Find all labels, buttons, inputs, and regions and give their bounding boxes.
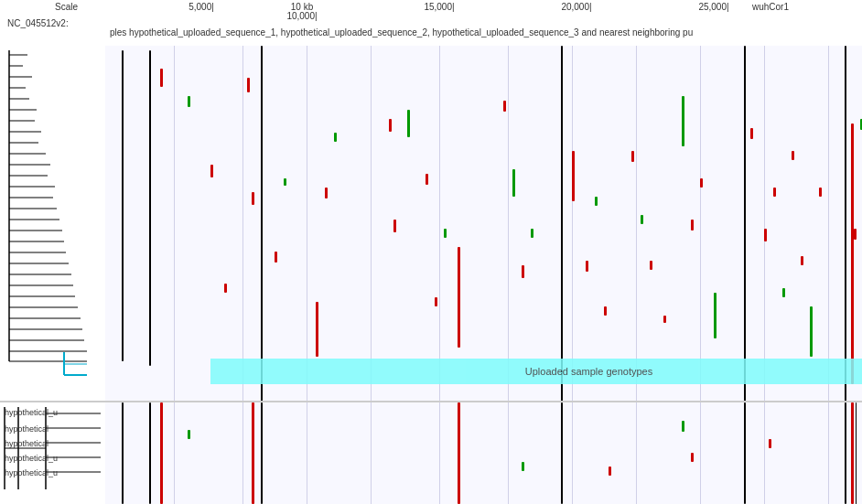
cyan-band: Uploaded sample genotypes [210,359,862,384]
snp-bar [188,96,190,107]
snp-bottom-red2 [769,439,771,448]
snp-bar-bottom-col3 [744,402,746,504]
snp-bar [691,220,694,231]
bottom-area: hypothetical_u hypothetical hypothetical… [0,402,862,504]
snp-bar [435,297,437,306]
snp-bar-tall [851,123,854,384]
tick-10000: 10,000| [286,11,317,21]
snp-bar-col [845,46,846,402]
snp-bar [801,256,803,265]
snp-bar [854,229,857,240]
uploaded-label: Uploaded sample genotypes [525,366,652,377]
genome-viewer: Scale wuhCor1 5,000| 10 kb 10,000| 15,00… [0,0,862,504]
tick-25000: 25,000| [698,2,728,12]
grid-area: Uploaded sample genotypes [105,46,862,402]
snp-bar [604,306,607,316]
snp-bar [275,252,277,263]
sample-label-1: hypothetical_u [5,408,105,417]
snp-bar [714,293,717,338]
sample-label-2: hypothetical [5,424,105,434]
snp-bar [810,306,813,357]
snp-bar [252,192,254,205]
snp-bar [641,215,643,224]
bottom-grid [105,402,862,504]
bottom-tree-panel: hypothetical_u hypothetical hypothetical… [0,402,105,504]
snp-bottom-green2 [682,421,684,432]
snp-bar [792,151,794,160]
snp-bar [334,133,337,142]
snp-bar-tall [682,96,684,146]
snp-bar [782,288,785,297]
sample-label-3: hypothetical [5,439,105,448]
phylo-tree [0,46,105,402]
snp-bar [572,151,575,201]
snp-bar [325,188,328,198]
snp-bar-col [744,46,746,402]
snp-bar [764,229,767,241]
wuhcor-label: wuhCor1 [752,2,789,12]
snp-bar [316,302,318,357]
snp-bar [393,220,396,232]
snp-bar [407,110,410,137]
snp-bar [586,261,588,272]
snp-bar [595,197,598,206]
snp-bar [210,165,213,177]
snp-bottom-red3 [609,466,611,476]
snp-bar [284,178,286,186]
snp-bar [631,151,634,162]
main-area: Uploaded sample genotypes [0,46,862,402]
snp-bar-tall [458,247,460,348]
snp-bar [773,188,776,197]
snp-bottom-tall-red2 [252,402,254,504]
snp-bar [224,284,227,293]
snp-bar-bottom-col [261,402,263,504]
snp-bar-bottom-col2 [561,402,563,504]
snp-bottom-green [188,430,190,439]
snp-bar [389,119,392,132]
tick-5000: 5,000| [189,2,214,12]
snp-bottom-green3 [522,462,524,471]
snp-bar [522,265,524,278]
scale-bar: Scale wuhCor1 5,000| 10 kb 10,000| 15,00… [0,0,862,16]
snp-bar [700,178,703,188]
snp-bar [247,78,250,92]
snp-bar-col [261,46,263,402]
snp-bar-bottom-ref [122,402,124,504]
snp-bottom-red [691,453,694,462]
sample-label-4: hypothetical_u [5,454,105,463]
snp-bottom-tall-red [160,402,163,504]
snp-bar [444,229,447,238]
snp-bar [512,169,515,197]
scale-label: Scale [55,2,78,12]
tick-15000: 15,000| [424,2,454,12]
sample-label-5: hypothetical_u [5,468,105,477]
tick-20000: 20,000| [561,2,591,12]
snp-bar [650,261,652,270]
snp-bar-ref2 [149,50,151,366]
snp-bar [160,69,163,87]
snp-bar-bottom-ref2 [149,402,151,504]
snp-bar [819,188,822,197]
snp-bar [531,229,533,238]
snp-bar [503,101,506,112]
subtitle-bar: ples hypothetical_uploaded_sequence_1, h… [0,27,862,44]
snp-bar-col [561,46,563,402]
snp-bar [426,174,428,185]
snp-bar [663,316,666,323]
snp-bar [750,128,753,139]
snp-bar-bottom-col4 [845,402,846,504]
snp-bottom-tall-red4 [851,402,854,504]
snp-bar-bottom-right [856,402,857,504]
snp-bar-ref [122,50,124,361]
snp-bottom-tall-red3 [458,402,460,504]
